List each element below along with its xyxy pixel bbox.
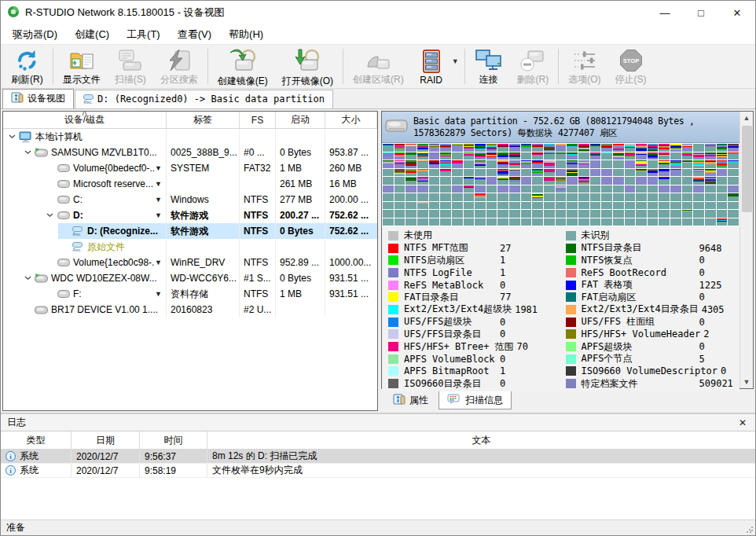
raid-dropdown-icon[interactable]: ▼ xyxy=(452,46,462,86)
device-row-2[interactable]: Volume{0bedecf0-...▼SYSTEMFAT321 MB260 M… xyxy=(3,160,377,176)
scan-block xyxy=(682,202,693,210)
menu-item-4[interactable]: 帮助(H) xyxy=(220,24,272,45)
close-button[interactable]: ✕ xyxy=(719,1,755,24)
minimize-button[interactable]: — xyxy=(647,1,683,24)
scroll-down-icon[interactable]: ▼ xyxy=(740,376,753,388)
row-dropdown-icon[interactable]: ▼ xyxy=(155,180,162,188)
refresh-button[interactable]: 刷新(R) xyxy=(4,46,50,86)
scroll-up-icon[interactable]: ▲ xyxy=(740,112,753,124)
device-row-3[interactable]: Microsoft reserve...▼261 MB16 MB xyxy=(3,176,377,192)
row-dropdown-icon[interactable]: ▼ xyxy=(155,259,162,266)
scan-block xyxy=(440,218,451,226)
log-date: 2020/12/7 xyxy=(72,464,140,477)
device-name: D: (Recognize... xyxy=(87,226,158,237)
menu-item-3[interactable]: 查看(V) xyxy=(169,24,220,45)
tab-recognized-partition[interactable]: Rec.D: (Recognized0) -> Basic data parti… xyxy=(75,90,333,108)
scan-block xyxy=(613,177,624,185)
open-image-button[interactable]: 打开镜像(O) xyxy=(275,46,340,86)
menu-item-2[interactable]: 工具(T) xyxy=(118,24,169,45)
device-row-9[interactable]: WDC WD10EZEX-08W...WD-WCC6Y6...#1 S...0 … xyxy=(3,270,377,286)
scan-block xyxy=(486,185,497,193)
column-header-0[interactable]: 设备/磁盘ᐱ xyxy=(3,112,167,128)
device-fs: #1 S... xyxy=(240,270,276,286)
scan-block xyxy=(464,202,475,210)
legend-label: APFS VolumeBlock xyxy=(404,354,497,365)
row-dropdown-icon[interactable]: ▼ xyxy=(155,290,162,298)
resize-grip[interactable] xyxy=(746,526,754,534)
scan-block xyxy=(625,169,636,177)
scan-block xyxy=(509,202,520,210)
scan-block-map[interactable] xyxy=(382,143,739,226)
scan-block xyxy=(475,160,486,168)
toolbar-separator xyxy=(53,49,53,84)
tab-device-view[interactable]: 设备视图 xyxy=(2,89,74,108)
column-header-1[interactable]: 标签 xyxy=(167,112,240,128)
device-size: 953.87 ... xyxy=(325,145,377,160)
legend-label: 未使用 xyxy=(404,229,497,242)
expand-chevron-icon[interactable] xyxy=(22,276,34,281)
device-row-1[interactable]: SAMSUNG MZVLB1T0...0025_388B_9...#0 ...0… xyxy=(3,145,377,160)
connect-button[interactable]: 连接 xyxy=(468,46,510,86)
expand-chevron-icon[interactable] xyxy=(6,134,18,139)
menu-item-1[interactable]: 创建(C) xyxy=(66,24,118,45)
create-image-button[interactable]: 创建镜像(E) xyxy=(211,46,275,86)
scan-block xyxy=(406,177,417,185)
scan-block xyxy=(728,160,739,168)
legend-label: Ext2/Ext3/Ext4超级块 xyxy=(404,303,512,316)
column-header-3[interactable]: 启动 xyxy=(276,112,325,128)
scan-block xyxy=(717,144,728,152)
device-row-5[interactable]: D:▼软件游戏NTFS200.27 ...752.62 ... xyxy=(3,207,377,223)
row-dropdown-icon[interactable]: ▼ xyxy=(155,196,162,204)
scan-block xyxy=(705,218,716,226)
show-files-button[interactable]: 显示文件 xyxy=(56,46,108,86)
scan-block xyxy=(659,152,670,160)
log-column-header-1[interactable]: 日期 xyxy=(72,431,140,449)
log-close-icon[interactable]: ✕ xyxy=(736,417,749,428)
legend-label: HFS/HFS+ BTree+ 范围 xyxy=(404,340,514,354)
expand-chevron-icon[interactable] xyxy=(22,150,34,155)
device-row-8[interactable]: Volume{1ecb0c98-...▼WinRE_DRVNTFS952.89 … xyxy=(3,255,377,270)
raid-button[interactable]: RAID xyxy=(411,46,452,86)
scan-block xyxy=(578,144,589,152)
scan-block xyxy=(464,152,475,160)
open-image-label: 打开镜像(O) xyxy=(282,75,333,88)
scan-block xyxy=(521,218,532,226)
log-column-header-0[interactable]: 类型 xyxy=(1,431,72,449)
legend-item-left-9: HFS/HFS+ BTree+ 范围70 xyxy=(388,340,561,353)
device-row-4[interactable]: C:▼WindowsNTFS277 MB200.00 ... xyxy=(3,192,377,207)
scan-tab-scan-info[interactable]: 扫描信息 xyxy=(439,391,512,409)
legend-item-left-11: APFS BitmapRoot1 xyxy=(388,365,561,378)
scan-block xyxy=(728,169,739,177)
svg-text:STOP: STOP xyxy=(622,57,638,64)
volume-icon xyxy=(56,211,71,219)
device-row-0[interactable]: 本地计算机 xyxy=(3,129,377,145)
column-header-label: 启动 xyxy=(291,113,310,127)
scan-scrollbar[interactable]: ▲ ▼ xyxy=(739,112,753,388)
column-header-2[interactable]: FS xyxy=(240,112,276,128)
scan-tab-properties[interactable]: 属性 xyxy=(384,391,437,409)
log-column-header-3[interactable]: 文本 xyxy=(207,431,755,449)
legend-item-left-6: Ext2/Ext3/Ext4超级块1981 xyxy=(388,303,561,316)
scan-block xyxy=(429,152,440,160)
row-dropdown-icon[interactable]: ▼ xyxy=(155,164,162,172)
scan-block xyxy=(497,193,508,201)
log-column-header-2[interactable]: 时间 xyxy=(140,431,207,449)
menu-item-0[interactable]: 驱动器(D) xyxy=(4,24,66,45)
column-header-4[interactable]: 大小 xyxy=(325,112,377,128)
scan-block xyxy=(717,210,728,218)
scan-block xyxy=(556,160,567,168)
expand-chevron-icon[interactable] xyxy=(44,213,56,218)
device-row-10[interactable]: F:▼资料存储NTFS1 MB931.51 ... xyxy=(3,286,377,302)
scan-block xyxy=(636,210,647,218)
device-row-6[interactable]: Rec.D: (Recognize...软件游戏NTFS0 Bytes752.6… xyxy=(3,223,377,239)
device-row-7[interactable]: Rec.原始文件 xyxy=(3,239,377,255)
legend-label: HFS/HFS+ VolumeHeader xyxy=(582,329,701,340)
maximize-button[interactable]: □ xyxy=(683,1,719,24)
scan-block xyxy=(613,169,624,177)
scroll-thumb[interactable] xyxy=(742,126,752,212)
log-row-0[interactable]: i系统2020/12/79:56:378m 12s 的 D: 扫描已完成 xyxy=(1,450,755,464)
log-row-1[interactable]: i系统2020/12/79:58:19文件枚举在9秒内完成 xyxy=(1,464,755,478)
device-row-11[interactable]: BR17 DEVICE V1.00 1....20160823#2 U... xyxy=(3,302,377,318)
legend-swatch xyxy=(566,255,576,265)
row-dropdown-icon[interactable]: ▼ xyxy=(155,211,162,219)
